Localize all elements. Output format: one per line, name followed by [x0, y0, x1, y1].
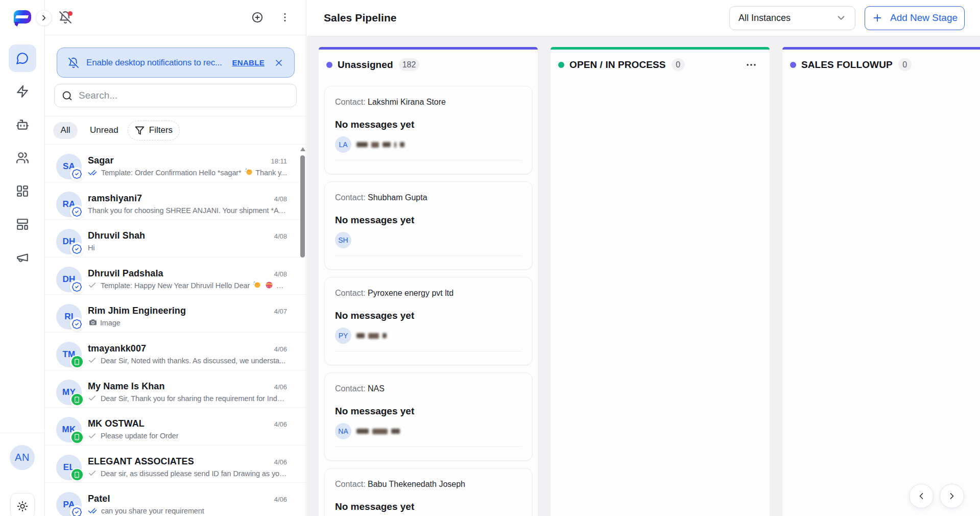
pipeline-card[interactable]: Contact: Pyroxene energy pvt ltd No mess… [324, 277, 533, 365]
chat-list-item[interactable]: MY My Name Is Khan 4/06 Dear Sir, Thank … [45, 370, 306, 408]
chat-preview: Template: Happy New Year Dhruvil Hello D… [101, 279, 287, 292]
column-header: SALES FOLLOWUP 0 [782, 50, 980, 71]
chat-preview: Template: Order Confirmation Hello *saga… [101, 167, 287, 179]
app-logo [14, 10, 31, 24]
chevron-left-icon [916, 491, 926, 501]
megaphone-icon [16, 251, 29, 264]
avatar: DH [56, 267, 82, 292]
chat-list-item[interactable]: TM tmayankk007 4/06 Dear Sir, Noted with… [45, 333, 306, 370]
read-double-check-icon [88, 506, 97, 515]
filter-all-chip[interactable]: All [53, 122, 78, 139]
avatar: SA [56, 154, 82, 179]
chat-list-scrollbar-thumb[interactable] [300, 155, 305, 257]
rail-item-templates[interactable] [9, 210, 36, 238]
plus-icon [872, 12, 883, 24]
chat-name: Patel [88, 492, 269, 505]
new-chat-button[interactable] [247, 7, 268, 28]
chat-name: Dhruvil Shah [88, 229, 269, 242]
avatar: DH [56, 229, 82, 254]
card-avatar: NA [335, 423, 351, 439]
search-box [54, 84, 297, 107]
card-contact-line: Contact: Pyroxene energy pvt ltd [335, 287, 522, 299]
card-contact-line: Contact: Babu Thekenedath Joseph [335, 478, 522, 490]
message-circle-icon [16, 52, 29, 65]
chat-name: ELEGANT ASSOCIATES [88, 455, 269, 467]
banner-text: Enable desktop notifications to rec... [86, 58, 222, 68]
chat-time: 4/06 [274, 496, 287, 503]
board-scroll-right-button[interactable] [940, 484, 964, 508]
chevron-right-icon [947, 491, 957, 501]
chat-list-item[interactable]: SA Sagar 18:11 Template: Order Confirmat… [45, 145, 306, 182]
phone-badge-icon [70, 430, 84, 444]
chat-name: MK OSTWAL [88, 417, 269, 430]
bot-icon [16, 118, 29, 131]
chat-list-item[interactable]: EL ELEGANT ASSOCIATES 4/06 Dear sir, as … [45, 445, 306, 483]
sent-check-icon [88, 394, 97, 403]
chat-name: tmayankk007 [88, 342, 269, 355]
rail-item-chats[interactable] [9, 44, 36, 72]
enable-notifications-link[interactable]: ENABLE [228, 58, 265, 67]
chat-list-item[interactable]: MK MK OSTWAL 4/06 Please update for Orde… [45, 408, 306, 445]
pipeline-card[interactable]: Contact: Babu Thekenedath Joseph No mess… [324, 468, 533, 516]
column-title: OPEN / IN PROCESS [569, 59, 666, 71]
chevron-down-icon [835, 12, 847, 24]
add-new-stage-button[interactable]: Add New Stage [865, 6, 965, 30]
chat-preview: Thank you for choosing SHREE ANJANI. You… [88, 204, 287, 217]
column-header: Unassigned 182 [319, 50, 538, 71]
chat-list-item[interactable]: RA ramshiyani7 4/08 Thank you for choosi… [45, 182, 306, 220]
column-menu-button[interactable] [745, 59, 757, 71]
chat-list-item[interactable]: RI Rim Jhim Engineering 4/07 Image [45, 295, 306, 333]
card-avatar: PY [335, 327, 351, 344]
left-rail: AN [0, 0, 45, 516]
collapse-sidebar-button[interactable] [36, 10, 52, 26]
chat-time: 4/06 [274, 383, 287, 391]
avatar: MY [56, 380, 82, 405]
sent-check-icon [88, 281, 97, 290]
party-emoji [265, 281, 273, 289]
chat-time: 4/06 [274, 420, 287, 428]
banner-close-button[interactable] [273, 57, 285, 69]
chat-menu-button[interactable] [274, 7, 296, 28]
chat-time: 4/08 [274, 232, 287, 240]
rail-item-automation[interactable] [9, 78, 36, 105]
rail-nav [9, 44, 36, 271]
card-message: No messages yet [335, 309, 522, 322]
rail-item-contacts[interactable] [9, 144, 36, 172]
chat-preview: Image [88, 317, 121, 329]
chat-list-item[interactable]: PA Patel 4/06 can you share your require… [45, 483, 306, 516]
notifications-muted-button[interactable] [55, 7, 76, 28]
pipeline-card[interactable]: Contact: Lakshmi Kirana Store No message… [324, 86, 533, 174]
instance-filter-select[interactable]: All Instances [729, 6, 855, 30]
chat-time: 4/07 [274, 308, 287, 315]
chat-list-item[interactable]: DH Dhruvil Shah 4/08 Hi [45, 220, 306, 257]
board-scroll-left-button[interactable] [909, 484, 934, 508]
pipeline-card[interactable]: Contact: Shubham Gupta No messages yet S… [324, 181, 533, 270]
filters-chip[interactable]: Filters [128, 121, 180, 140]
chat-list-scroll-up-arrow[interactable] [300, 147, 305, 151]
verified-badge-icon [70, 280, 84, 294]
column-title: SALES FOLLOWUP [801, 59, 893, 71]
filter-unread-chip[interactable]: Unread [90, 125, 118, 135]
chat-preview: can you share your requirement [101, 505, 204, 516]
avatar: PA [56, 492, 82, 516]
search-input[interactable] [79, 90, 289, 101]
pipeline-card[interactable]: Contact: NAS No messages yet NA [324, 372, 533, 461]
rail-item-dashboard[interactable] [9, 177, 36, 205]
chat-name: Rim Jhim Engineering [88, 304, 269, 317]
column-header: OPEN / IN PROCESS 0 [551, 50, 770, 71]
column-title: Unassigned [338, 59, 393, 71]
pipeline-column: OPEN / IN PROCESS 0 [551, 47, 770, 516]
instance-filter-value: All Instances [738, 13, 791, 24]
card-message: No messages yet [335, 405, 522, 418]
theme-toggle-button[interactable] [10, 493, 35, 516]
chat-time: 4/08 [274, 195, 287, 203]
verified-badge-icon [70, 167, 84, 181]
rail-item-bot[interactable] [9, 111, 36, 138]
rail-item-broadcast[interactable] [9, 244, 36, 271]
card-message: No messages yet [335, 214, 522, 227]
chat-list-item[interactable]: DH Dhruvil Padshala 4/08 Template: Happy… [45, 257, 306, 295]
add-stage-label: Add New Stage [890, 12, 958, 24]
column-dot [326, 62, 332, 68]
user-avatar[interactable]: AN [10, 445, 35, 470]
chat-preview: Dear sir, as disussed please send ID fan… [101, 467, 287, 480]
